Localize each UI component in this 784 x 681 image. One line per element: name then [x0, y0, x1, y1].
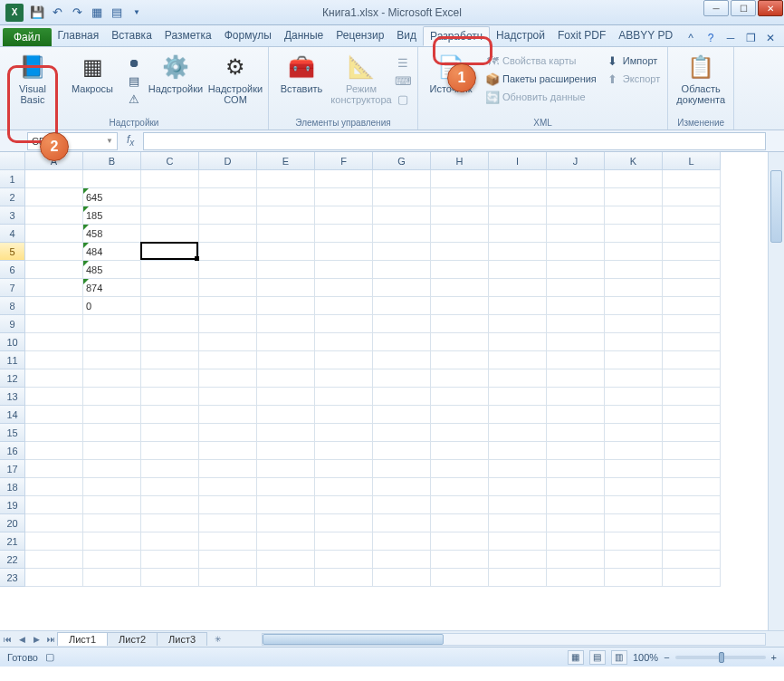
- cell[interactable]: [141, 261, 199, 279]
- cell[interactable]: [489, 478, 547, 496]
- workbook-restore-icon[interactable]: ❐: [742, 30, 759, 46]
- cell[interactable]: [489, 496, 547, 514]
- cell[interactable]: [257, 297, 315, 315]
- record-macro-button[interactable]: ⏺: [125, 54, 143, 71]
- row-header[interactable]: 21: [0, 532, 25, 551]
- undo-icon[interactable]: ↶: [49, 5, 65, 21]
- cell[interactable]: [83, 478, 141, 496]
- cell[interactable]: [547, 496, 605, 514]
- cell[interactable]: [489, 351, 547, 369]
- cell[interactable]: [489, 388, 547, 406]
- cell[interactable]: [315, 333, 373, 351]
- cell[interactable]: [373, 188, 431, 206]
- cell[interactable]: [257, 551, 315, 569]
- cell[interactable]: [25, 188, 83, 206]
- cell[interactable]: [489, 532, 547, 551]
- cell[interactable]: [547, 261, 605, 279]
- run-dialog-button[interactable]: ▢: [394, 91, 412, 107]
- cell[interactable]: [315, 460, 373, 478]
- cell[interactable]: [199, 206, 257, 225]
- cell[interactable]: [141, 424, 199, 442]
- close-button[interactable]: ✕: [758, 0, 783, 16]
- cell[interactable]: 458: [83, 225, 141, 243]
- cell[interactable]: [431, 225, 489, 243]
- cell[interactable]: [83, 333, 141, 351]
- cell[interactable]: [373, 478, 431, 496]
- column-header[interactable]: E: [257, 152, 315, 170]
- cell[interactable]: [199, 569, 257, 587]
- cell[interactable]: 0: [83, 297, 141, 315]
- cell[interactable]: [83, 170, 141, 188]
- save-icon[interactable]: 💾: [29, 5, 45, 21]
- cell[interactable]: [315, 351, 373, 369]
- cell[interactable]: [25, 442, 83, 460]
- column-header[interactable]: H: [431, 152, 489, 170]
- cell[interactable]: [141, 170, 199, 188]
- macro-security-button[interactable]: ⚠: [125, 91, 143, 107]
- column-header[interactable]: K: [605, 152, 663, 170]
- cell[interactable]: [431, 406, 489, 424]
- cell[interactable]: [199, 333, 257, 351]
- fx-icon[interactable]: fx: [127, 133, 134, 148]
- cell[interactable]: [315, 188, 373, 206]
- cell[interactable]: [663, 243, 721, 261]
- cell[interactable]: [315, 369, 373, 388]
- cell[interactable]: [431, 188, 489, 206]
- cell[interactable]: [315, 279, 373, 297]
- cell[interactable]: [257, 442, 315, 460]
- row-header[interactable]: 22: [0, 551, 25, 569]
- cell[interactable]: [663, 315, 721, 333]
- cell[interactable]: [605, 351, 663, 369]
- cell[interactable]: [83, 369, 141, 388]
- cell[interactable]: [315, 478, 373, 496]
- cell[interactable]: [257, 225, 315, 243]
- cell[interactable]: [141, 442, 199, 460]
- cell[interactable]: [25, 206, 83, 225]
- file-tab[interactable]: Файл: [3, 28, 52, 46]
- cell[interactable]: 485: [83, 261, 141, 279]
- cell[interactable]: [83, 569, 141, 587]
- cell[interactable]: [605, 261, 663, 279]
- cell[interactable]: [315, 315, 373, 333]
- cell[interactable]: [663, 225, 721, 243]
- cell[interactable]: [373, 333, 431, 351]
- cell[interactable]: [257, 170, 315, 188]
- cell[interactable]: [431, 496, 489, 514]
- cell[interactable]: [141, 188, 199, 206]
- row-header[interactable]: 4: [0, 225, 25, 243]
- cell[interactable]: [25, 170, 83, 188]
- help-icon[interactable]: ?: [703, 30, 719, 46]
- cell[interactable]: [315, 406, 373, 424]
- cell[interactable]: [315, 388, 373, 406]
- row-header[interactable]: 10: [0, 333, 25, 351]
- cell[interactable]: [547, 297, 605, 315]
- cell[interactable]: [199, 297, 257, 315]
- cell[interactable]: [373, 551, 431, 569]
- cell[interactable]: [547, 514, 605, 532]
- cell[interactable]: [547, 478, 605, 496]
- cell[interactable]: [547, 551, 605, 569]
- cell[interactable]: [199, 496, 257, 514]
- cell[interactable]: [605, 460, 663, 478]
- macros-button[interactable]: ▦ Макросы: [65, 51, 120, 96]
- cell[interactable]: [373, 170, 431, 188]
- cell[interactable]: [141, 369, 199, 388]
- cell[interactable]: [83, 460, 141, 478]
- cell[interactable]: [141, 406, 199, 424]
- cell[interactable]: [257, 261, 315, 279]
- cell[interactable]: [257, 369, 315, 388]
- insert-control-button[interactable]: 🧰 Вставить: [274, 51, 329, 96]
- cell[interactable]: [489, 315, 547, 333]
- formula-input[interactable]: [143, 132, 766, 150]
- row-header[interactable]: 19: [0, 496, 25, 514]
- sheet-nav-next[interactable]: ▶: [29, 632, 43, 647]
- cell[interactable]: [199, 532, 257, 551]
- cell[interactable]: [431, 424, 489, 442]
- cell[interactable]: [547, 243, 605, 261]
- cell[interactable]: [431, 333, 489, 351]
- cell[interactable]: 874: [83, 279, 141, 297]
- cell[interactable]: 645: [83, 188, 141, 206]
- column-header[interactable]: B: [83, 152, 141, 170]
- relative-refs-button[interactable]: ▤: [125, 72, 143, 89]
- row-header[interactable]: 16: [0, 442, 25, 460]
